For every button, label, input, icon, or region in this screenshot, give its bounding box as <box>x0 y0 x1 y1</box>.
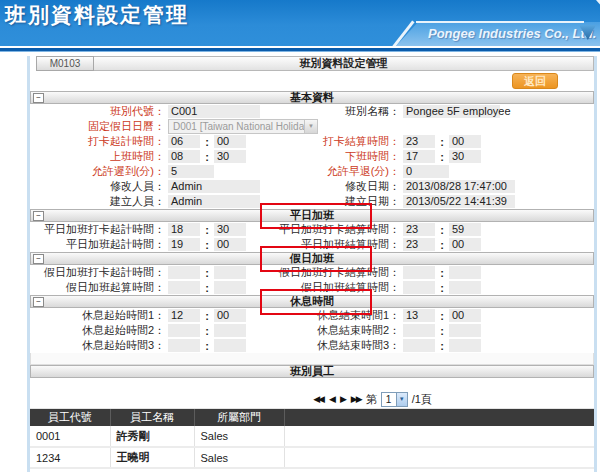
holiday-calendar-select[interactable]: D001 [Taiwan National Holiday] ▼ <box>168 119 318 134</box>
section-holiday-ot-header: − 假日加班 <box>30 252 594 265</box>
action-row: 返回 <box>30 71 594 91</box>
page-select[interactable]: 1 ▼ <box>381 392 408 407</box>
work-end-min-input[interactable]: 30 <box>449 150 481 163</box>
row-punch-times: 打卡起計時間： 06 : 00 打卡結算時間： 23 : 00 <box>30 134 594 149</box>
row-shift-code-name: 班別代號： C001 班別名稱： Pongee 5F employee <box>30 104 594 119</box>
break-start2-min-input[interactable] <box>214 324 246 337</box>
prev-page-icon[interactable]: ◀ <box>329 394 334 404</box>
late-allow-label: 允許遲到(分)： <box>30 164 168 179</box>
banner-horizontal-line <box>416 21 584 23</box>
modified-by-value: Admin <box>168 180 260 193</box>
row-holiday-calendar: 固定假日日曆： D001 [Taiwan National Holiday] ▼ <box>30 119 594 134</box>
col-department: 所屬部門 <box>194 409 284 426</box>
break-start3-label: 休息起始時間3： <box>30 338 168 353</box>
chevron-down-icon: ▼ <box>304 120 317 133</box>
col-employee-name: 員工名稱 <box>110 409 194 426</box>
punch-start-label: 打卡起計時間： <box>30 134 168 149</box>
col-employee-code: 員工代號 <box>30 409 110 426</box>
table-row[interactable]: 1234 王曉明 Sales <box>30 447 594 468</box>
break-end3-min-input[interactable] <box>449 339 481 352</box>
row-break-3: 休息起始時間3： : 休息結束時間3： : <box>30 338 594 353</box>
table-row[interactable]: 0001 許秀剛 Sales <box>30 426 594 447</box>
section-basic-title: 基本資料 <box>31 90 593 105</box>
company-name: Pongee Industries Co., Ltd. <box>428 26 596 41</box>
break-start3-hour-input[interactable] <box>168 339 200 352</box>
col-empty <box>284 409 594 426</box>
weekday-punch-end-hour-input[interactable]: 23 <box>403 223 435 236</box>
banner-divider-lightblue <box>0 51 600 52</box>
break-end1-hour-input[interactable]: 13 <box>403 309 435 322</box>
break-start3-min-input[interactable] <box>214 339 246 352</box>
break-end3-hour-input[interactable] <box>403 339 435 352</box>
highlight-box-weekday-ot <box>260 203 372 229</box>
page-prefix-label: 第 <box>366 392 377 407</box>
holiday-calc-start-min-input[interactable] <box>214 281 246 294</box>
department-cell[interactable]: Sales <box>194 447 284 468</box>
weekday-punch-start-label: 平日加班打卡起計時間： <box>30 222 168 237</box>
pagination: ◀◀ ◀ ▶ ▶▶ 第 1 ▼ /1頁 <box>30 390 594 409</box>
form-title: 班別資料設定管理 <box>94 56 594 71</box>
work-end-hour-input[interactable]: 17 <box>403 150 435 163</box>
section-weekday-ot-header: − 平日加班 <box>30 209 594 222</box>
toolbar: M0103 班別資料設定管理 <box>30 56 594 71</box>
weekday-punch-start-min-input[interactable]: 30 <box>214 223 246 236</box>
page-title: 班別資料設定管理 <box>5 1 189 29</box>
department-cell[interactable]: Sales <box>194 426 284 447</box>
employee-code-cell: 1234 <box>30 447 110 468</box>
shift-name-input[interactable]: Pongee 5F employee <box>403 105 500 118</box>
holiday-calendar-label: 固定假日日曆： <box>30 119 168 134</box>
highlight-box-break <box>260 289 372 315</box>
punch-end-hour-input[interactable]: 23 <box>403 135 435 148</box>
early-allow-input[interactable]: 0 <box>403 165 449 178</box>
break-end2-label: 休息結束時間2： <box>268 323 403 338</box>
modified-by-label: 修改人員： <box>30 179 168 194</box>
employee-name-cell: 王曉明 <box>110 447 194 468</box>
punch-start-min-input[interactable]: 00 <box>214 135 246 148</box>
break-end2-min-input[interactable] <box>449 324 481 337</box>
module-code-tab[interactable]: M0103 <box>36 56 94 71</box>
row-allowances: 允許遲到(分)： 5 允許早退(分)： 0 <box>30 164 594 179</box>
holiday-punch-end-hour-input[interactable] <box>403 266 435 279</box>
weekday-calc-end-hour-input[interactable]: 23 <box>403 238 435 251</box>
break-start1-hour-input[interactable]: 12 <box>168 309 200 322</box>
break-start2-hour-input[interactable] <box>168 324 200 337</box>
late-allow-input[interactable]: 5 <box>168 165 214 178</box>
holiday-calc-end-min-input[interactable] <box>449 281 481 294</box>
section-basic-header: − 基本資料 <box>30 91 594 104</box>
break-end3-label: 休息結束時間3： <box>268 338 403 353</box>
weekday-calc-start-min-input[interactable]: 00 <box>214 238 246 251</box>
holiday-punch-end-min-input[interactable] <box>449 266 481 279</box>
punch-end-min-input[interactable]: 00 <box>449 135 481 148</box>
page-select-value: 1 <box>386 394 392 405</box>
break-end2-hour-input[interactable] <box>403 324 435 337</box>
break-start1-label: 休息起始時間1： <box>30 308 168 323</box>
shift-code-label: 班別代號： <box>30 104 168 119</box>
holiday-punch-start-min-input[interactable] <box>214 266 246 279</box>
next-page-icon[interactable]: ▶ <box>340 394 345 404</box>
first-page-icon[interactable]: ◀◀ <box>313 394 323 404</box>
work-start-min-input[interactable]: 30 <box>214 150 246 163</box>
page-total-label: /1頁 <box>412 392 432 407</box>
weekday-calc-start-label: 平日加班起計時間： <box>30 237 168 252</box>
back-button[interactable]: 返回 <box>512 73 558 89</box>
banner-corner-line <box>593 0 600 16</box>
weekday-calc-end-min-input[interactable]: 00 <box>449 238 481 251</box>
holiday-calendar-value: D001 [Taiwan National Holiday] <box>173 121 312 132</box>
work-start-hour-input[interactable]: 08 <box>168 150 200 163</box>
employee-code-cell: 0001 <box>30 426 110 447</box>
break-start2-label: 休息起始時間2： <box>30 323 168 338</box>
break-end1-min-input[interactable]: 00 <box>449 309 481 322</box>
created-date-value: 2013/05/22 14:41:39 <box>403 195 515 208</box>
holiday-calc-end-hour-input[interactable] <box>403 281 435 294</box>
weekday-calc-start-hour-input[interactable]: 19 <box>168 238 200 251</box>
work-start-label: 上班時間： <box>30 149 168 164</box>
last-page-icon[interactable]: ▶▶ <box>351 394 361 404</box>
section-employees-header: 班別員工 <box>30 365 594 378</box>
break-start1-min-input[interactable]: 00 <box>214 309 246 322</box>
holiday-calc-start-hour-input[interactable] <box>168 281 200 294</box>
weekday-punch-end-min-input[interactable]: 59 <box>449 223 481 236</box>
holiday-punch-start-hour-input[interactable] <box>168 266 200 279</box>
shift-code-input[interactable]: C001 <box>168 105 260 118</box>
punch-start-hour-input[interactable]: 06 <box>168 135 200 148</box>
weekday-punch-start-hour-input[interactable]: 18 <box>168 223 200 236</box>
